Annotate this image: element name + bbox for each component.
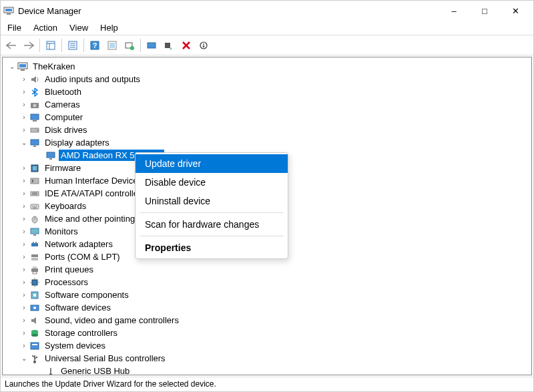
context-menu: Update driver Disable device Uninstall d… [135,152,288,259]
expander-icon[interactable]: ⌄ [19,138,29,148]
window-controls: – □ ✕ [439,1,531,21]
expander-icon[interactable]: › [19,252,29,262]
category-label: Monitors [43,226,80,237]
tree-category[interactable]: ›Computer [3,111,531,124]
expander-icon[interactable]: › [19,125,29,136]
computer-icon [17,61,28,72]
svg-point-74 [49,373,52,376]
context-uninstall-device[interactable]: Uninstall device [136,192,288,210]
expander-icon[interactable]: › [19,239,29,250]
svg-rect-56 [32,280,37,285]
expander-icon[interactable]: › [19,188,29,199]
expander-icon[interactable]: › [19,341,29,351]
category-label: Keyboards [43,200,88,212]
tree-category[interactable]: ›Software components [3,288,531,301]
ports-icon [29,252,40,262]
tree-category[interactable]: ›System devices [3,339,531,352]
expander-icon[interactable]: › [19,163,29,174]
context-disable-device[interactable]: Disable device [136,173,288,192]
expander-icon[interactable]: › [19,328,29,339]
expander-icon[interactable]: › [19,201,29,212]
sound-icon [29,315,40,326]
scan-hardware-button[interactable] [121,37,138,53]
svg-rect-54 [33,266,37,268]
minimize-button[interactable]: – [439,1,469,21]
context-separator [140,236,284,236]
svg-rect-2 [7,13,11,15]
tree-root[interactable]: ⌄ TheKraken [3,60,531,73]
expander-icon[interactable]: ⌄ [19,353,29,364]
svg-rect-46 [31,228,39,234]
tree-device[interactable]: Generic USB Hub [3,365,531,375]
category-label: Cameras [43,99,82,110]
tree-category[interactable]: ›Processors [3,276,531,288]
maximize-button[interactable]: □ [469,1,500,21]
expander-icon[interactable]: › [19,226,29,237]
software-device-icon [29,303,40,313]
context-properties[interactable]: Properties [136,238,288,257]
tree-category[interactable]: ›Disk drives [3,124,531,136]
svg-point-15 [130,46,134,50]
disable-device-button[interactable] [161,37,177,53]
tree-category[interactable]: ›Software devices [3,301,531,314]
update-driver-button[interactable] [144,37,160,53]
category-label: Firmware [43,162,83,174]
expander-icon[interactable]: ⌄ [7,61,17,72]
expander-icon[interactable]: › [19,176,29,186]
svg-rect-25 [33,120,37,122]
tree-category[interactable]: ›Bluetooth [3,85,531,98]
category-label: Mice and other pointing [43,213,137,224]
expander-icon[interactable]: › [19,290,29,301]
expander-icon[interactable]: › [19,74,29,85]
menu-view[interactable]: View [69,23,88,33]
forward-button[interactable] [21,37,37,53]
usb-icon [29,353,40,364]
back-button[interactable] [3,37,19,53]
context-update-driver[interactable]: Update driver [136,154,288,173]
bluetooth-icon [29,87,40,97]
expander-icon[interactable]: › [19,214,29,224]
properties-button[interactable] [65,37,81,53]
menu-help[interactable]: Help [100,23,118,33]
uninstall-device-button[interactable] [178,37,194,53]
expander-icon[interactable]: › [19,277,29,288]
context-scan-hardware[interactable]: Scan for hardware changes [136,215,288,234]
category-label: Disk drives [43,124,89,136]
expander-icon[interactable]: › [19,112,29,123]
action-button[interactable] [104,37,120,53]
tree-category[interactable]: ⌄Universal Serial Bus controllers [3,352,531,365]
help-button[interactable]: ? [87,37,103,53]
svg-rect-48 [31,243,38,246]
tree-category[interactable]: ›Storage controllers [3,327,531,339]
close-button[interactable]: ✕ [500,1,531,21]
tree-category[interactable]: ›Audio inputs and outputs [3,73,531,85]
svg-rect-68 [31,343,39,349]
expander-icon[interactable]: › [19,87,29,97]
monitor-icon [29,226,40,237]
tree-category[interactable]: ›Cameras [3,98,531,111]
category-label: Computer [43,112,85,123]
statusbar-text: Launches the Update Driver Wizard for th… [5,379,216,389]
menu-action[interactable]: Action [33,23,57,33]
hid-icon [29,176,40,186]
tree-category[interactable]: ›Sound, video and game controllers [3,314,531,327]
refresh-button[interactable] [196,37,212,53]
svg-rect-50 [35,242,37,243]
expander-icon[interactable]: › [19,303,29,313]
tree-category[interactable]: ›Print queues [3,263,531,276]
expander-icon[interactable]: › [19,100,29,110]
camera-icon [29,100,40,110]
expander-icon[interactable]: › [19,264,29,275]
svg-rect-21 [21,69,25,71]
show-hide-console-tree-button[interactable] [43,37,59,53]
menu-file[interactable]: File [7,23,21,33]
svg-rect-20 [19,64,26,67]
svg-point-72 [32,355,33,357]
category-label: Bluetooth [43,86,83,97]
mouse-icon [29,214,40,224]
expander-icon[interactable]: › [19,315,29,326]
network-icon [29,239,40,250]
ide-icon [29,188,40,199]
tree-category[interactable]: ⌄Display adapters [3,136,531,149]
system-icon [29,341,40,351]
